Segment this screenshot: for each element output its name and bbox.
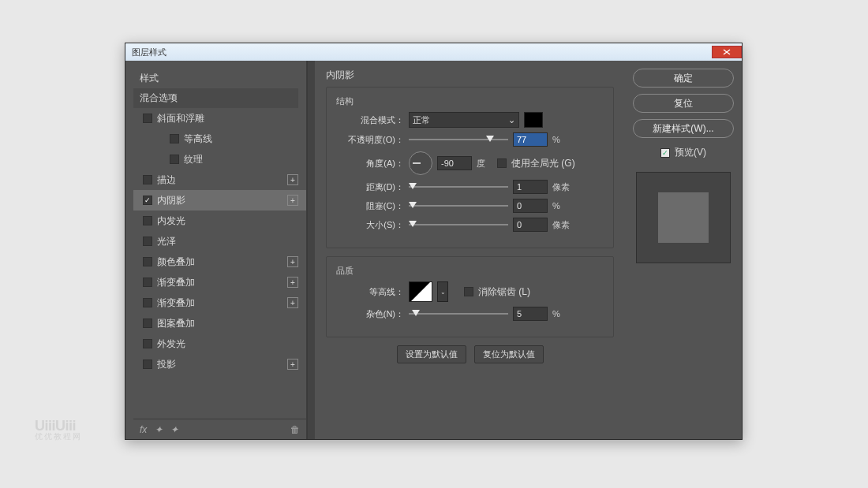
effect-label-bevel: 斜面和浮雕 [157,112,204,125]
effect-checkbox-satin[interactable] [143,237,152,246]
noise-input[interactable]: 5 [513,307,548,321]
angle-dial[interactable] [409,151,432,175]
effect-label-gradientoverlay: 渐变叠加 [157,276,195,289]
styles-header[interactable]: 样式 [133,69,306,88]
effect-row-gradientoverlay2[interactable]: 渐变叠加+ [133,292,306,313]
effect-label-gradientoverlay2: 渐变叠加 [157,296,195,310]
global-light-checkbox[interactable] [497,158,507,168]
preview-checkbox[interactable] [660,148,670,158]
watermark-sub: 优优教程网 [35,433,82,441]
trash-icon[interactable]: 🗑 [290,424,300,435]
titlebar[interactable]: 图层样式 [125,43,742,61]
angle-unit: 度 [477,158,492,169]
effect-checkbox-innershadow[interactable] [143,196,152,205]
effect-checkbox-texture[interactable] [170,155,179,164]
ok-button[interactable]: 确定 [633,69,734,88]
size-label: 大小(S)： [336,219,404,231]
add-effect-icon[interactable]: + [287,256,298,267]
add-effect-icon[interactable]: + [287,277,298,288]
effect-checkbox-coloroverlay[interactable] [143,257,152,266]
effect-label-texture: 纹理 [184,153,203,166]
effect-checkbox-stroke[interactable] [143,175,152,184]
quality-label: 品质 [336,265,604,277]
scrollbar[interactable] [307,61,315,439]
styles-panel: 样式 混合选项 斜面和浮雕等高线纹理描边+内阴影+内发光光泽颜色叠加+渐变叠加+… [125,61,307,439]
effect-row-innerglow[interactable]: 内发光 [133,210,306,231]
contour-dropdown[interactable]: ⌄ [437,281,448,302]
global-light-label: 使用全局光 (G) [511,157,575,170]
down-icon[interactable]: ✦ [170,424,178,435]
choke-label: 阻塞(C)： [336,200,404,212]
preview-label: 预览(V) [675,146,706,159]
noise-slider[interactable] [409,308,508,319]
fx-icon[interactable]: fx [140,424,147,435]
effect-checkbox-gradientoverlay2[interactable] [143,298,152,307]
effect-row-outerglow[interactable]: 外发光 [133,333,306,354]
effect-row-contour[interactable]: 等高线 [133,129,306,149]
preview-box [636,172,731,263]
effect-row-satin[interactable]: 光泽 [133,231,306,251]
effect-checkbox-contour[interactable] [170,134,179,143]
distance-input[interactable]: 1 [513,180,548,194]
angle-input[interactable]: -90 [437,156,472,170]
blending-options[interactable]: 混合选项 [133,88,298,108]
new-style-button[interactable]: 新建样式(W)... [633,119,734,138]
close-button[interactable] [712,46,742,58]
effect-checkbox-bevel[interactable] [143,114,152,123]
noise-unit: % [552,309,568,319]
add-effect-icon[interactable]: + [287,359,298,370]
add-effect-icon[interactable]: + [287,195,298,206]
watermark-main: UiiiUiii [35,419,82,433]
structure-label: 结构 [336,95,604,107]
right-panel: 确定 复位 新建样式(W)... 预览(V) [625,61,742,439]
contour-picker[interactable] [409,281,432,302]
preview-swatch [658,192,709,243]
noise-label: 杂色(N)： [336,308,404,320]
size-slider[interactable] [409,219,508,230]
antialias-checkbox[interactable] [464,287,473,296]
add-effect-icon[interactable]: + [287,297,298,308]
cancel-button[interactable]: 复位 [633,94,734,113]
effect-label-contour: 等高线 [184,132,212,146]
effect-row-gradientoverlay[interactable]: 渐变叠加+ [133,272,306,292]
effect-row-coloroverlay[interactable]: 颜色叠加+ [133,251,306,272]
opacity-label: 不透明度(O)： [336,134,404,146]
effect-label-outerglow: 外发光 [157,337,185,351]
effect-checkbox-gradientoverlay[interactable] [143,278,152,287]
layer-style-window: 图层样式 样式 混合选项 斜面和浮雕等高线纹理描边+内阴影+内发光光泽颜色叠加+… [125,43,743,440]
effect-label-patternoverlay: 图案叠加 [157,317,195,330]
section-heading: 内阴影 [326,69,614,82]
effect-label-coloroverlay: 颜色叠加 [157,255,195,269]
effect-label-stroke: 描边 [157,173,176,187]
effect-label-satin: 光泽 [157,235,176,248]
distance-label: 距离(D)： [336,181,404,193]
effect-row-patternoverlay[interactable]: 图案叠加 [133,313,306,333]
opacity-input[interactable]: 77 [513,132,548,147]
effect-row-innershadow[interactable]: 内阴影+ [133,190,306,210]
effect-checkbox-innerglow[interactable] [143,216,152,225]
effect-row-stroke[interactable]: 描边+ [133,169,306,190]
choke-slider[interactable] [409,200,508,211]
distance-slider[interactable] [409,181,508,192]
up-icon[interactable]: ✦ [155,424,163,435]
effect-checkbox-patternoverlay[interactable] [143,319,152,328]
reset-default-button[interactable]: 复位为默认值 [474,345,544,363]
watermark: UiiiUiii 优优教程网 [35,419,82,441]
effect-row-bevel[interactable]: 斜面和浮雕 [133,108,306,129]
size-input[interactable]: 0 [513,218,548,232]
chevron-down-icon: ⌄ [508,115,515,125]
shadow-color-swatch[interactable] [524,112,543,128]
add-effect-icon[interactable]: + [287,174,298,185]
effect-row-dropshadow[interactable]: 投影+ [133,354,306,374]
blendmode-label: 混合模式： [336,114,404,126]
effect-row-texture[interactable]: 纹理 [133,149,306,169]
contour-label: 等高线： [336,286,404,298]
effect-label-innershadow: 内阴影 [157,194,185,207]
choke-input[interactable]: 0 [513,199,548,213]
opacity-slider[interactable] [409,134,508,145]
effect-checkbox-dropshadow[interactable] [143,359,152,369]
make-default-button[interactable]: 设置为默认值 [397,345,466,363]
effect-checkbox-outerglow[interactable] [143,339,152,348]
blendmode-select[interactable]: 正常 ⌄ [409,112,519,128]
angle-label: 角度(A)： [336,158,404,169]
